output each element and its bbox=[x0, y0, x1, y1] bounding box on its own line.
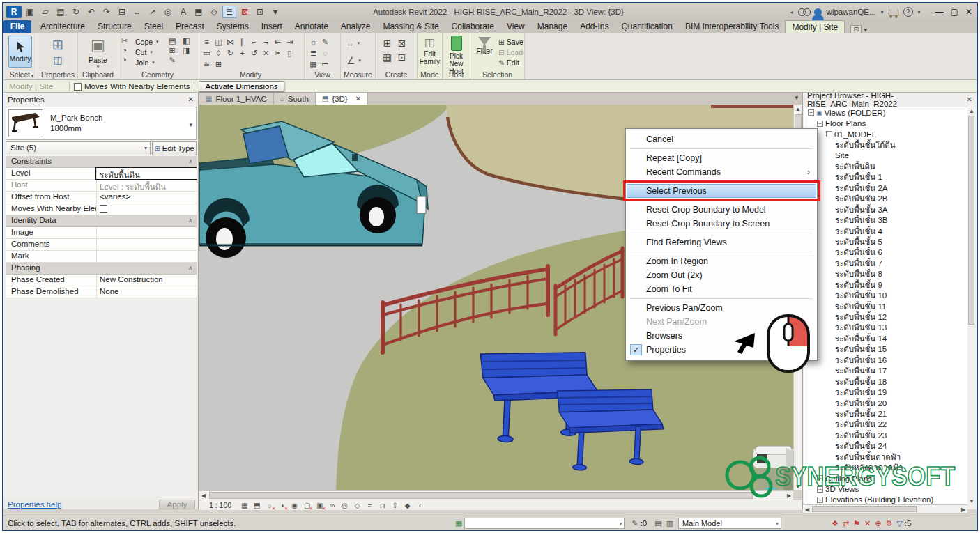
ribbon-tab[interactable]: Modify | Site bbox=[785, 20, 845, 33]
property-row[interactable]: Host Level : ระดับพื้นดิน bbox=[6, 180, 197, 192]
ribbon-tab[interactable]: Massing & Site bbox=[377, 20, 445, 33]
context-menu-item[interactable] bbox=[630, 298, 813, 299]
trash-bin[interactable] bbox=[753, 446, 793, 490]
tree-item[interactable]: ระดับพื้นชั้นดาดฟ้า bbox=[804, 451, 967, 462]
displacement-icon[interactable]: ⇧ bbox=[390, 501, 400, 510]
context-menu-item[interactable] bbox=[630, 252, 813, 252]
ui-windows-icon[interactable]: ▣ bbox=[23, 6, 37, 18]
tree-item[interactable]: Site bbox=[804, 150, 967, 161]
scroll-left-icon[interactable]: ◀ bbox=[199, 491, 208, 500]
scrollbar-thumb[interactable] bbox=[812, 506, 917, 512]
exclude-options-icon[interactable]: ▥ bbox=[666, 519, 673, 528]
thin-lines-icon[interactable]: ≣ bbox=[222, 6, 236, 18]
split-icon[interactable]: ⌐ bbox=[248, 36, 260, 47]
paint-icon[interactable]: ✎ bbox=[319, 36, 331, 47]
revit-logo[interactable]: R bbox=[6, 6, 22, 18]
ribbon-tab[interactable]: File bbox=[3, 20, 31, 33]
close-view-icon[interactable]: ✕ bbox=[355, 95, 361, 102]
measure-icon[interactable]: ↔ bbox=[130, 6, 144, 18]
type-selector-caret-icon[interactable]: ▾ bbox=[189, 121, 192, 128]
tree-item[interactable]: + Elevations (Building Elevation) bbox=[804, 495, 967, 505]
offset2-icon[interactable]: ≋ bbox=[201, 59, 213, 70]
tree-item[interactable]: − 01_MODEL bbox=[804, 129, 967, 139]
context-menu-item[interactable]: ✓ Properties bbox=[627, 343, 816, 357]
tree-item[interactable]: ระดับพื้นชั้น 10 bbox=[804, 290, 967, 300]
context-menu-item[interactable]: Browsers › bbox=[627, 329, 816, 343]
move-icon[interactable]: + bbox=[236, 47, 248, 59]
property-checkbox[interactable] bbox=[100, 205, 107, 213]
constraints-icon[interactable]: ⊓ bbox=[377, 501, 388, 510]
tree-item[interactable]: ระดับพื้นชั้น 1 bbox=[804, 172, 967, 183]
visual-style-icon[interactable]: ⬒ bbox=[252, 501, 262, 510]
cut-button[interactable]: Cut bbox=[135, 47, 159, 57]
property-row[interactable]: Moves With Nearby Elem... bbox=[6, 203, 197, 215]
trim-corner-icon[interactable]: ⇤ bbox=[272, 36, 284, 47]
linework-icon[interactable]: ≣ bbox=[307, 47, 319, 59]
tree-item[interactable]: ระดับพื้นชั้น 20 bbox=[804, 398, 967, 408]
element-filter-combo[interactable]: Site (5) bbox=[6, 141, 151, 155]
edit-family-button[interactable]: ◫ Edit Family bbox=[418, 36, 442, 65]
worksharing-display-icon[interactable]: ◆ bbox=[402, 501, 413, 510]
tree-item[interactable]: ระดับหลังคาดาดฟ้า bbox=[804, 462, 967, 472]
scrollbar-thumb[interactable] bbox=[209, 492, 753, 499]
toggle-lights-icon[interactable]: ☼ bbox=[307, 36, 319, 47]
measure-button[interactable]: ↔ bbox=[346, 38, 361, 48]
modify-options-icon[interactable]: ⊡ bbox=[850, 25, 862, 33]
property-row[interactable]: Phasing ∧ bbox=[6, 263, 197, 275]
context-menu-item[interactable]: Previous Pan/Zoom bbox=[627, 301, 816, 315]
angular-dimension-button[interactable]: ∠ bbox=[346, 55, 361, 65]
aligned-dimension-icon[interactable]: ↗ bbox=[146, 6, 160, 18]
context-menu-item[interactable]: Recent Commands › bbox=[627, 165, 816, 179]
tree-item[interactable]: ระดับพื้นชั้น 17 bbox=[804, 366, 967, 376]
scroll-down-icon[interactable]: ▼ bbox=[967, 497, 976, 505]
section-collapse-icon[interactable]: ∧ bbox=[188, 265, 192, 271]
redo-icon[interactable]: ↷ bbox=[100, 6, 114, 18]
save-selection-button[interactable]: ⊞Save bbox=[498, 36, 523, 47]
tree-item[interactable]: ระดับพื้นชั้น 12 bbox=[804, 311, 967, 322]
display-icon[interactable]: ▦ bbox=[307, 59, 319, 70]
cope-tool-icon[interactable]: ✂ bbox=[121, 36, 128, 45]
tree-item[interactable]: ระดับพื้นชั้น 2A bbox=[804, 183, 967, 193]
scroll-down-icon[interactable]: ▼ bbox=[794, 482, 802, 490]
app-store-cart-icon[interactable] bbox=[888, 9, 898, 15]
hide-analytical-icon[interactable]: ≈ bbox=[365, 501, 375, 510]
demolish-hammer-icon[interactable]: ✎ bbox=[169, 56, 176, 65]
activate-dimensions-button[interactable]: Activate Dimensions bbox=[199, 81, 284, 92]
tree-item[interactable]: ระดับพื้นชั้น 8 bbox=[804, 269, 967, 279]
tree-item[interactable]: ระดับพื้นชั้น 3B bbox=[804, 215, 967, 225]
sun-path-icon[interactable]: ☼ bbox=[264, 501, 275, 510]
tree-expander[interactable]: − bbox=[808, 109, 814, 116]
ribbon-tab[interactable]: Quantification bbox=[615, 20, 679, 33]
scale-icon[interactable]: ✂ bbox=[272, 47, 284, 59]
pin-icon[interactable]: ▭ bbox=[201, 47, 213, 59]
tree-item[interactable]: ระดับพื้นชั้น 18 bbox=[804, 376, 967, 387]
load-selection-button[interactable]: ⊟Load bbox=[498, 47, 523, 57]
tree-item[interactable]: ระดับพื้นชั้นใต้ดิน bbox=[804, 139, 967, 150]
assembly-icon[interactable]: ⊠ bbox=[396, 38, 408, 49]
context-menu-item[interactable]: Cancel bbox=[627, 132, 816, 146]
rendering-icon[interactable]: ◉ bbox=[289, 501, 300, 510]
ribbon-tab[interactable]: Steel bbox=[138, 20, 169, 33]
sync-icon[interactable]: ↻ bbox=[69, 6, 83, 18]
show-crop-icon[interactable]: ▣ bbox=[314, 501, 325, 510]
rotate-icon[interactable]: ↻ bbox=[224, 47, 236, 59]
demolish-icon[interactable]: ◌ bbox=[319, 47, 331, 59]
save-icon[interactable]: ▤ bbox=[54, 6, 68, 18]
tree-item[interactable]: ระดับพื้นชั้น 6 bbox=[804, 247, 967, 258]
text-icon[interactable]: A bbox=[176, 6, 190, 18]
scroll-right-icon[interactable]: ▶ bbox=[785, 491, 793, 500]
switch-windows-icon[interactable]: ⊡ bbox=[253, 6, 267, 18]
tree-expander[interactable]: − bbox=[817, 121, 823, 127]
section-icon[interactable]: ◇ bbox=[207, 6, 221, 18]
tree-item[interactable]: ระดับพื้นชั้น 16 bbox=[804, 355, 967, 365]
view-tab[interactable]: ⬒ {3D} ✕ bbox=[316, 93, 368, 105]
help-menu-caret-icon[interactable]: ▾ bbox=[918, 9, 921, 15]
edit-type-button[interactable]: ⊞Edit Type bbox=[152, 141, 197, 155]
tree-item[interactable]: + Ceiling Plans bbox=[804, 473, 967, 484]
tree-expander[interactable]: − bbox=[826, 131, 832, 137]
cut-tool-icon[interactable]: ◔ bbox=[121, 46, 128, 54]
property-row[interactable]: Identity Data ∧ bbox=[6, 215, 197, 227]
split-gap-icon[interactable]: ¬ bbox=[260, 36, 272, 47]
default-3d-view-icon[interactable]: ⬒ bbox=[192, 6, 206, 18]
browser-horizontal-scrollbar[interactable]: ◀ ▶ bbox=[803, 505, 967, 513]
